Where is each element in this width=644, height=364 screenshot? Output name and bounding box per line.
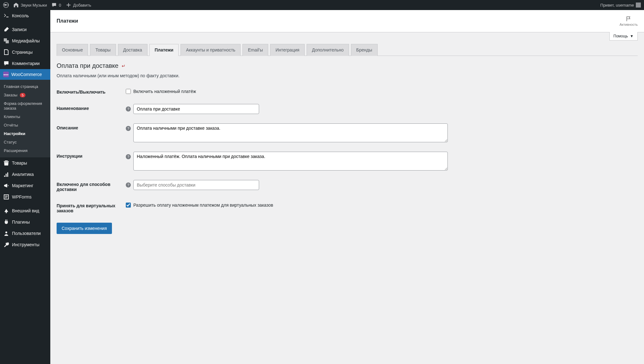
menu-users[interactable]: Пользователи xyxy=(0,228,50,239)
page-header: Платежи Активность xyxy=(50,10,644,32)
menu-posts[interactable]: Записи xyxy=(0,24,50,35)
menu-comments[interactable]: Комментарии xyxy=(0,58,50,69)
tab-shipping[interactable]: Доставка xyxy=(118,44,147,56)
virtual-checkbox[interactable] xyxy=(126,203,131,208)
orders-badge: 5 xyxy=(20,93,25,97)
menu-appearance[interactable]: Внешний вид xyxy=(0,205,50,216)
enable-checkbox[interactable] xyxy=(126,89,131,94)
section-description: Оплата наличными (или иным методом) по ф… xyxy=(57,73,638,78)
user-greeting[interactable]: Привет, username xyxy=(600,3,641,8)
submenu-reports[interactable]: Отчёты xyxy=(0,121,50,129)
title-input[interactable] xyxy=(133,104,259,114)
menu-woocommerce[interactable]: wooWooCommerce xyxy=(0,69,50,80)
tab-accounts[interactable]: Аккаунты и приватность xyxy=(180,44,241,56)
help-tip-icon[interactable]: ? xyxy=(126,106,131,111)
tab-brands[interactable]: Бренды xyxy=(351,44,378,56)
tab-general[interactable]: Основные xyxy=(57,44,88,56)
help-tip-icon[interactable]: ? xyxy=(126,126,131,131)
comments-count: 0 xyxy=(59,3,61,8)
tab-emails[interactable]: Email'ы xyxy=(242,44,268,56)
menu-marketing[interactable]: Маркетинг xyxy=(0,180,50,191)
admin-sidebar: Консоль Записи Медиафайлы Страницы Комме… xyxy=(0,10,50,364)
woocommerce-icon: woo xyxy=(3,72,9,77)
tab-products[interactable]: Товары xyxy=(90,44,116,56)
virtual-label: Принять для виртуальных заказов xyxy=(57,201,126,213)
submenu-customers[interactable]: Клиенты xyxy=(0,112,50,121)
woocommerce-submenu: Главная страница Заказы 5 Форма оформлен… xyxy=(0,80,50,157)
settings-tabs: Основные Товары Доставка Платежи Аккаунт… xyxy=(57,44,638,56)
svg-point-2 xyxy=(5,231,7,233)
chevron-down-icon: ▼ xyxy=(630,34,634,38)
save-button[interactable]: Сохранить изменения xyxy=(57,223,112,234)
help-tip-icon[interactable]: ? xyxy=(126,154,131,159)
submenu-status[interactable]: Статус xyxy=(0,138,50,146)
help-tip-icon[interactable]: ? xyxy=(126,182,131,187)
menu-plugins[interactable]: Плагины xyxy=(0,216,50,228)
site-name-text: Звуки Музыки xyxy=(21,3,47,8)
tab-advanced[interactable]: Дополнительно xyxy=(307,44,349,56)
menu-analytics[interactable]: Аналитика xyxy=(0,169,50,180)
main-content: Платежи Активность Помощь ▼ Основные Тов… xyxy=(50,10,644,364)
tab-payments[interactable]: Платежи xyxy=(149,44,179,56)
add-new-text: Добавить xyxy=(73,3,91,8)
shipping-methods-select[interactable]: Выберите способы доставки xyxy=(133,180,259,190)
description-textarea[interactable] xyxy=(133,123,448,142)
menu-products[interactable]: Товары xyxy=(0,157,50,169)
virtual-checkbox-wrap[interactable]: Разрешить оплату наложенным платежом для… xyxy=(126,201,273,208)
tab-integration[interactable]: Интеграция xyxy=(270,44,305,56)
menu-wpforms[interactable]: WPForms xyxy=(0,191,50,203)
page-title: Платежи xyxy=(57,18,78,24)
avatar xyxy=(636,3,641,8)
back-link[interactable]: ↵ xyxy=(122,63,125,68)
instructions-label: Инструкции xyxy=(57,152,126,159)
submenu-checkout-form[interactable]: Форма оформления заказа xyxy=(0,99,50,112)
enable-label: Включить/Выключить xyxy=(57,88,126,95)
menu-pages[interactable]: Страницы xyxy=(0,46,50,58)
section-title: Оплата при доставке ↵ xyxy=(57,62,638,69)
menu-tools[interactable]: Инструменты xyxy=(0,239,50,250)
submenu-extensions[interactable]: Расширения xyxy=(0,146,50,155)
add-new-link[interactable]: Добавить xyxy=(66,2,91,8)
wp-logo[interactable] xyxy=(3,2,9,8)
shipping-methods-label: Включено для способов доставки xyxy=(57,180,126,192)
description-label: Описание xyxy=(57,123,126,130)
instructions-textarea[interactable] xyxy=(133,152,448,171)
activity-button[interactable]: Активность xyxy=(619,16,638,26)
help-tab[interactable]: Помощь ▼ xyxy=(609,32,638,41)
flag-icon xyxy=(625,16,632,22)
submenu-settings[interactable]: Настройки xyxy=(0,129,50,138)
comments-link[interactable]: 0 xyxy=(51,2,61,8)
menu-media[interactable]: Медиафайлы xyxy=(0,35,50,46)
submenu-home[interactable]: Главная страница xyxy=(0,82,50,91)
admin-bar: Звуки Музыки 0 Добавить Привет, username xyxy=(0,0,644,10)
site-name-link[interactable]: Звуки Музыки xyxy=(13,2,47,8)
enable-checkbox-wrap[interactable]: Включить наложенный платёж xyxy=(126,88,196,94)
title-label: Наименование xyxy=(57,104,126,111)
menu-console[interactable]: Консоль xyxy=(0,10,50,21)
submenu-orders[interactable]: Заказы 5 xyxy=(0,91,50,99)
